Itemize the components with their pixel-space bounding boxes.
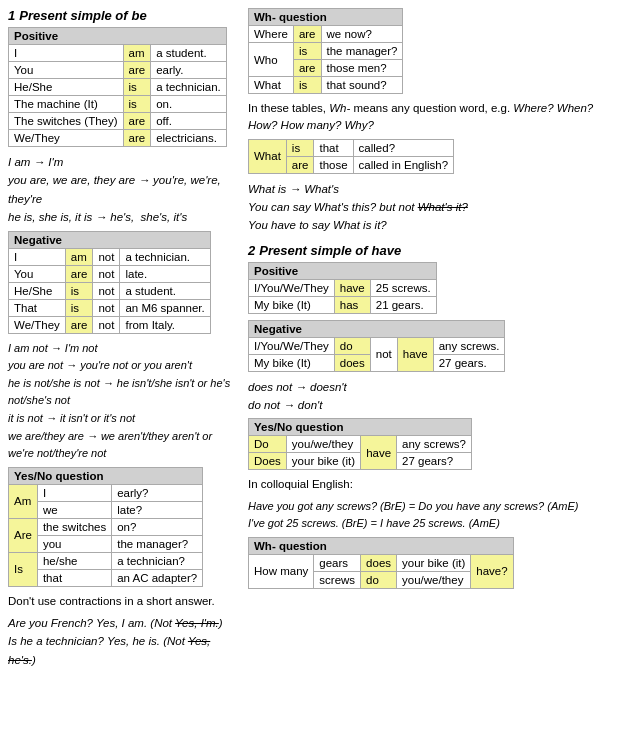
section1-number: 1 — [8, 8, 15, 23]
table-row: late? — [112, 501, 203, 518]
note-line: we are/they are → we aren't/they aren't … — [8, 428, 238, 463]
table-row: My bike (It) — [249, 354, 335, 371]
table-row: I — [9, 45, 124, 62]
table-row: 27 gears. — [433, 354, 505, 371]
what-notes: What is → What's You can say What's this… — [248, 180, 615, 235]
negative-notes-be: I am not → I'm not you are not → you're … — [8, 340, 238, 463]
wh-header: Wh- question — [249, 9, 403, 26]
table-row: not — [93, 248, 120, 265]
yesno-table-have: Yes/No question Do you/we/they have any … — [248, 418, 472, 470]
table-row: on? — [112, 518, 203, 535]
note-line: he is, she is, it is → he's, she's, it's — [8, 208, 238, 226]
note-line: I am → I'm — [8, 153, 238, 171]
table-row: from Italy. — [120, 316, 210, 333]
note-line: you are not → you're not or you aren't — [8, 357, 238, 375]
table-row: those men? — [321, 60, 403, 77]
table-row: Do — [249, 436, 287, 453]
table-row: What — [249, 77, 294, 94]
table-row: I/You/We/They — [249, 337, 335, 354]
negative-header-have: Negative — [249, 320, 505, 337]
table-row: is — [65, 299, 93, 316]
table-row: does — [334, 354, 370, 371]
table-row: 21 gears. — [370, 296, 436, 313]
table-row: gears — [314, 554, 361, 571]
note-line: does not → doesn't — [248, 378, 615, 396]
table-row: called in English? — [353, 156, 454, 173]
table-row: My bike (It) — [249, 296, 335, 313]
table-row: Are — [9, 518, 38, 552]
note-line: You can say What's this? but not What's … — [248, 198, 615, 216]
table-row: are — [293, 60, 321, 77]
section1-title: 1 Present simple of be — [8, 8, 238, 23]
table-row: do — [361, 571, 397, 588]
table-row: any screws? — [397, 436, 472, 453]
table-row: We/They — [9, 130, 124, 147]
table-row: a student. — [151, 45, 227, 62]
note-line: he is not/she is not → he isn't/she isn'… — [8, 375, 238, 410]
table-row: are — [65, 265, 93, 282]
table-row: are — [293, 26, 321, 43]
table-row: has — [334, 296, 370, 313]
negative-header: Negative — [9, 231, 211, 248]
table-row: have? — [471, 554, 513, 588]
table-row: he/she — [37, 552, 111, 569]
table-row: is — [123, 79, 151, 96]
table-row: Does — [249, 453, 287, 470]
table-row: a technician? — [112, 552, 203, 569]
note-line: you are, we are, they are → you're, we'r… — [8, 171, 238, 208]
left-column: 1 Present simple of be Positive I am a s… — [8, 8, 238, 673]
table-row: Am — [9, 484, 38, 518]
table-row: not — [93, 265, 120, 282]
colloquial-note: In colloquial English: — [248, 476, 615, 493]
table-row: That — [9, 299, 66, 316]
table-row: the switches — [37, 518, 111, 535]
table-row: that — [314, 139, 353, 156]
note-line: Is he a technician? Yes, he is. (Not Yes… — [8, 632, 238, 669]
table-row: an AC adapter? — [112, 569, 203, 586]
table-row: that sound? — [321, 77, 403, 94]
table-row: What — [249, 139, 287, 173]
contraction-note: Don't use contractions in a short answer… — [8, 593, 238, 610]
section1-title-italic: be — [132, 8, 147, 23]
negative-table-be: Negative I am not a technician. You are … — [8, 231, 211, 334]
table-row: not — [93, 299, 120, 316]
table-row: You — [9, 62, 124, 79]
table-row: have — [361, 436, 397, 470]
note-line: I am not → I'm not — [8, 340, 238, 358]
positive-table-be: Positive I am a student. You are early. … — [8, 27, 227, 147]
table-row: we — [37, 501, 111, 518]
table-row: The machine (It) — [9, 96, 124, 113]
table-row: He/She — [9, 79, 124, 96]
table-row: not — [370, 337, 397, 371]
yesno-header: Yes/No question — [9, 467, 203, 484]
table-row: am — [65, 248, 93, 265]
note-line: Are you French? Yes, I am. (Not Yes, I'm… — [8, 614, 238, 632]
note-line: do not → don't — [248, 396, 615, 414]
table-row: Where — [249, 26, 294, 43]
table-row: have — [397, 337, 433, 371]
positive-header-have: Positive — [249, 262, 437, 279]
table-row: your bike (it) — [397, 554, 471, 571]
table-row: How many — [249, 554, 314, 588]
table-row: screws — [314, 571, 361, 588]
table-row: any screws. — [433, 337, 505, 354]
section2-title-text: Present simple of — [259, 243, 367, 258]
positive-notes-be: I am → I'm you are, we are, they are → y… — [8, 153, 238, 227]
right-column: Wh- question Where are we now? Who is th… — [248, 8, 615, 673]
table-row: late. — [120, 265, 210, 282]
strike-text: What's it? — [418, 201, 468, 213]
table-row: I/You/We/They — [249, 279, 335, 296]
colloquial-examples: Have you got any screws? (BrE) = Do you … — [248, 498, 615, 533]
table-row: off. — [151, 113, 227, 130]
table-row: The switches (They) — [9, 113, 124, 130]
section2-number: 2 — [248, 243, 255, 258]
table-row: electricians. — [151, 130, 227, 147]
table-row: not — [93, 282, 120, 299]
table-row: are — [286, 156, 314, 173]
yesno-table-be: Yes/No question Am I early? we late? Are… — [8, 467, 203, 587]
table-row: 25 screws. — [370, 279, 436, 296]
table-row: not — [93, 316, 120, 333]
table-row: have — [334, 279, 370, 296]
table-row: 27 gears? — [397, 453, 472, 470]
table-row: on. — [151, 96, 227, 113]
